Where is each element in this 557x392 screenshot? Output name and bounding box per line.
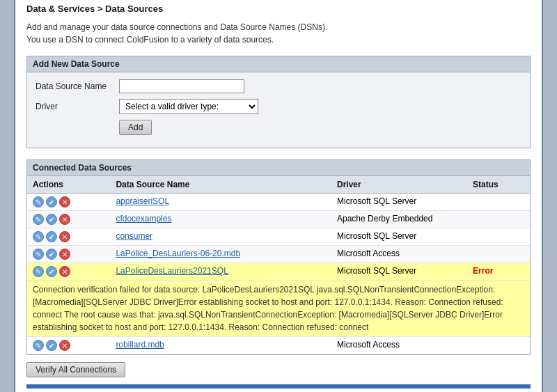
delete-icon[interactable]: ✕ [59, 214, 70, 225]
edit-icon[interactable]: ✎ [33, 340, 44, 351]
blue-bar [26, 384, 531, 389]
dsn-name-cell: robillard.mdb [110, 337, 331, 354]
delete-icon[interactable]: ✕ [59, 231, 70, 242]
dsn-row: Data Source Name [36, 79, 521, 93]
table-row: ✎ ✔ ✕ cfdocexamplesApache Derby Embedded [27, 211, 530, 228]
dsn-label: Data Source Name [36, 81, 119, 91]
status-cell: Error [467, 263, 530, 281]
driver-row: Driver Select a valid driver type: [36, 99, 521, 114]
status-cell [467, 194, 530, 211]
actions-cell: ✎ ✔ ✕ [27, 194, 110, 211]
dsn-link[interactable]: cfdocexamples [116, 214, 171, 224]
actions-cell: ✎ ✔ ✕ [27, 263, 110, 281]
table-row: ✎ ✔ ✕ consumerMicrosoft SQL Server [27, 228, 530, 246]
error-detail-cell: Connection verification failed for data … [27, 281, 530, 337]
delete-icon[interactable]: ✕ [59, 196, 70, 207]
edit-icon[interactable]: ✎ [33, 214, 44, 225]
dsn-name-cell: LaPolice_DesLauriers-06-20.mdb [110, 246, 331, 263]
edit-icon[interactable]: ✎ [33, 249, 44, 260]
verify-icon[interactable]: ✔ [46, 214, 57, 225]
table-row: ✎ ✔ ✕ LaPoliceDesLauriers2021SQLMicrosof… [27, 263, 530, 281]
status-cell [467, 228, 530, 246]
edit-icon[interactable]: ✎ [33, 231, 44, 242]
error-detail-row: Connection verification failed for data … [27, 281, 530, 337]
col-status: Status [467, 176, 530, 194]
verify-button-row: Verify All Connections [26, 362, 531, 377]
delete-icon[interactable]: ✕ [59, 249, 70, 260]
dsn-name-cell: appraiseriSQL [110, 194, 331, 211]
table-header-row: Actions Data Source Name Driver Status [27, 176, 530, 194]
edit-icon[interactable]: ✎ [33, 266, 44, 277]
verify-icon[interactable]: ✔ [46, 340, 57, 351]
verify-icon[interactable]: ✔ [46, 249, 57, 260]
delete-icon[interactable]: ✕ [59, 266, 70, 277]
driver-cell: Microsoft Access [331, 337, 467, 354]
dsn-link[interactable]: LaPoliceDesLauriers2021SQL [116, 266, 228, 276]
actions-cell: ✎ ✔ ✕ [27, 211, 110, 228]
actions-cell: ✎ ✔ ✕ [27, 337, 110, 354]
page-description: Add and manage your data source connecti… [26, 21, 531, 46]
add-section-header: Add New Data Source [26, 56, 531, 72]
add-button-row: Add [36, 120, 521, 135]
table-row: ✎ ✔ ✕ robillard.mdbMicrosoft Access [27, 337, 530, 354]
driver-label: Driver [36, 102, 119, 111]
verify-icon[interactable]: ✔ [46, 196, 57, 207]
actions-cell: ✎ ✔ ✕ [27, 246, 110, 263]
table-row: ✎ ✔ ✕ appraiseriSQLMicrosoft SQL Server [27, 194, 530, 211]
status-badge: Error [473, 266, 493, 276]
dsn-input[interactable] [119, 79, 244, 93]
dsn-link[interactable]: LaPolice_DesLauriers-06-20.mdb [116, 249, 240, 258]
delete-icon[interactable]: ✕ [59, 340, 70, 351]
connected-section-header: Connected Data Sources [26, 159, 531, 176]
col-dsn: Data Source Name [110, 176, 331, 194]
connected-table-container: Actions Data Source Name Driver Status ✎… [26, 176, 531, 355]
status-cell [467, 337, 530, 354]
verify-all-button[interactable]: Verify All Connections [26, 362, 125, 377]
actions-cell: ✎ ✔ ✕ [27, 228, 110, 246]
breadcrumb: Data & Services > Data Sources [26, 3, 531, 14]
dsn-link[interactable]: appraiseriSQL [116, 196, 169, 206]
driver-cell: Apache Derby Embedded [331, 211, 467, 228]
dsn-name-cell: consumer [110, 228, 331, 246]
status-cell [467, 246, 530, 263]
driver-cell: Microsoft SQL Server [331, 194, 467, 211]
col-driver: Driver [331, 176, 467, 194]
dsn-name-cell: cfdocexamples [110, 211, 331, 228]
dsn-name-cell: LaPoliceDesLauriers2021SQL [110, 263, 331, 281]
add-section-body: Data Source Name Driver Select a valid d… [26, 72, 531, 148]
driver-cell: Microsoft SQL Server [331, 263, 467, 281]
driver-select[interactable]: Select a valid driver type: [119, 99, 258, 114]
verify-icon[interactable]: ✔ [46, 231, 57, 242]
driver-cell: Microsoft SQL Server [331, 228, 467, 246]
dsn-link[interactable]: consumer [116, 231, 152, 241]
status-cell [467, 211, 530, 228]
add-button[interactable]: Add [119, 120, 152, 135]
verify-icon[interactable]: ✔ [46, 266, 57, 277]
table-row: ✎ ✔ ✕ LaPolice_DesLauriers-06-20.mdbMicr… [27, 246, 530, 263]
edit-icon[interactable]: ✎ [33, 196, 44, 207]
col-actions: Actions [27, 176, 110, 194]
driver-cell: Microsoft Access [331, 246, 467, 263]
dsn-link[interactable]: robillard.mdb [116, 340, 164, 350]
data-sources-table: Actions Data Source Name Driver Status ✎… [27, 176, 530, 354]
